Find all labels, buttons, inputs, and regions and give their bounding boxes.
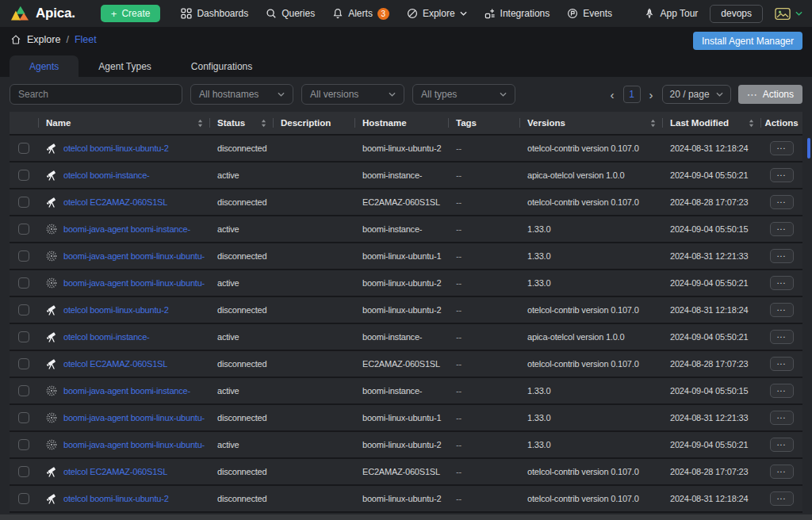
row-actions-button[interactable]: ...: [770, 411, 794, 425]
table-row: otelcol EC2AMAZ-060S1SLdisconnectedEC2AM…: [10, 459, 802, 486]
avatar: [775, 7, 791, 21]
row-checkbox[interactable]: [18, 385, 29, 396]
agent-name-link[interactable]: boomi-java-agent boomi-linux-ubuntu-1: [63, 413, 205, 422]
column-header-checkbox: [10, 112, 38, 134]
row-checkbox[interactable]: [18, 250, 29, 262]
agent-name-link[interactable]: otelcol boomi-linux-ubuntu-2: [63, 305, 169, 315]
telescope-icon: [45, 196, 58, 208]
alerts-badge: 3: [377, 8, 389, 20]
column-header-label: Description: [281, 118, 331, 128]
row-checkbox[interactable]: [18, 412, 29, 423]
table-row: boomi-java-agent boomi-instance-activebo…: [10, 216, 802, 243]
column-header-tags: Tags: [448, 112, 519, 134]
install-agent-manager-button[interactable]: Install Agent Manager: [693, 32, 802, 50]
nav-item-events[interactable]: Events: [567, 8, 612, 19]
create-button[interactable]: + Create: [101, 5, 161, 22]
status-cell: active: [209, 386, 273, 396]
horizontal-scrollbar[interactable]: [0, 514, 812, 520]
row-actions-button[interactable]: ...: [770, 276, 794, 290]
hostname-cell: EC2AMAZ-060S1SL: [354, 197, 448, 207]
name-cell: otelcol boomi-linux-ubuntu-2: [38, 492, 209, 505]
bulk-actions-button[interactable]: ⋯ Actions: [738, 85, 802, 104]
top-navbar: Apica. + Create DashboardsQueriesAlerts3…: [0, 0, 812, 27]
versions-filter-select[interactable]: All versions: [301, 84, 404, 105]
actions-cell: ...: [760, 330, 802, 344]
agent-name-link[interactable]: otelcol boomi-linux-ubuntu-2: [63, 143, 169, 153]
row-checkbox[interactable]: [18, 466, 29, 477]
agent-name-link[interactable]: boomi-java-agent boomi-linux-ubuntu-2: [63, 278, 205, 288]
table-row: otelcol boomi-instance-activeboomi-insta…: [10, 162, 802, 189]
agent-name-link[interactable]: otelcol EC2AMAZ-060S1SL: [63, 467, 167, 476]
nav-item-queries[interactable]: Queries: [266, 8, 315, 19]
row-checkbox[interactable]: [18, 197, 29, 208]
row-actions-button[interactable]: ...: [770, 195, 794, 209]
row-actions-button[interactable]: ...: [770, 384, 794, 398]
agent-name-link[interactable]: boomi-java-agent boomi-linux-ubuntu-1: [63, 251, 205, 261]
current-page-button[interactable]: 1: [623, 86, 641, 103]
agent-name-link[interactable]: otelcol boomi-instance-: [63, 170, 150, 180]
telescope-icon: [45, 304, 58, 316]
hostname-cell: boomi-instance-: [354, 170, 448, 180]
brand[interactable]: Apica.: [10, 5, 75, 22]
actions-cell: ...: [760, 195, 802, 209]
actions-cell: ...: [760, 168, 802, 182]
row-checkbox[interactable]: [18, 439, 29, 450]
row-checkbox[interactable]: [18, 358, 29, 369]
agent-name-link[interactable]: otelcol EC2AMAZ-060S1SL: [63, 197, 167, 207]
app-tour-button[interactable]: App Tour: [644, 8, 698, 19]
row-checkbox[interactable]: [18, 224, 29, 235]
nav-item-dashboards[interactable]: Dashboards: [181, 8, 248, 19]
dotted-sphere-icon: [45, 250, 58, 262]
agent-name-link[interactable]: otelcol boomi-instance-: [63, 332, 150, 342]
row-checkbox[interactable]: [18, 277, 29, 289]
nav-item-alerts[interactable]: Alerts3: [332, 8, 389, 20]
row-actions-button[interactable]: ...: [770, 330, 794, 344]
last-modified-cell: 2024-09-04 05:50:21: [662, 332, 760, 342]
agent-name-link[interactable]: otelcol EC2AMAZ-060S1SL: [63, 359, 167, 369]
next-page-button[interactable]: ›: [648, 89, 655, 101]
row-actions-button[interactable]: ...: [770, 222, 794, 236]
row-actions-button[interactable]: ...: [770, 465, 794, 479]
row-actions-button[interactable]: ...: [770, 357, 794, 371]
row-actions-button[interactable]: ...: [770, 303, 794, 317]
types-filter-select[interactable]: All types: [412, 84, 515, 105]
row-checkbox[interactable]: [18, 304, 29, 315]
agent-name-link[interactable]: boomi-java-agent boomi-instance-: [63, 386, 190, 396]
row-actions-button[interactable]: ...: [770, 438, 794, 452]
tags-cell: --: [448, 305, 519, 315]
versions-cell: 1.33.0: [519, 386, 662, 396]
column-header-status[interactable]: Status: [209, 112, 273, 134]
table-row: otelcol boomi-linux-ubuntu-2disconnected…: [10, 136, 802, 162]
prev-page-button[interactable]: ‹: [609, 89, 616, 101]
breadcrumb-explore[interactable]: Explore: [27, 34, 60, 45]
nav-item-explore[interactable]: Explore: [407, 8, 467, 19]
column-header-name[interactable]: Name: [38, 112, 209, 134]
row-checkbox[interactable]: [18, 331, 29, 342]
row-checkbox[interactable]: [18, 493, 29, 504]
column-header-last_modified[interactable]: Last Modified: [662, 112, 760, 134]
column-header-versions[interactable]: Versions: [519, 112, 662, 134]
row-checkbox[interactable]: [18, 170, 29, 181]
user-menu[interactable]: [775, 7, 802, 21]
agent-name-link[interactable]: boomi-java-agent boomi-instance-: [63, 224, 190, 234]
row-actions-button[interactable]: ...: [770, 141, 794, 155]
tab-agents[interactable]: Agents: [10, 55, 79, 77]
search-input[interactable]: [10, 84, 182, 105]
home-icon[interactable]: [10, 34, 21, 45]
hostnames-filter-select[interactable]: All hostnames: [190, 84, 293, 105]
vertical-scrollbar-thumb[interactable]: [807, 138, 810, 159]
row-actions-button[interactable]: ...: [770, 249, 794, 263]
row-actions-button[interactable]: ...: [770, 168, 794, 182]
agent-name-link[interactable]: boomi-java-agent boomi-linux-ubuntu-2: [63, 440, 205, 449]
sort-icon: [650, 119, 656, 128]
row-checkbox[interactable]: [18, 143, 29, 154]
tab-agent-types[interactable]: Agent Types: [79, 55, 171, 77]
breadcrumb-fleet[interactable]: Fleet: [75, 34, 97, 45]
org-selector[interactable]: devops: [710, 5, 763, 23]
page-size-select[interactable]: 20 / page: [662, 85, 731, 104]
row-actions-button[interactable]: ...: [770, 491, 794, 506]
agent-name-link[interactable]: otelcol boomi-linux-ubuntu-2: [63, 494, 169, 503]
tab-configurations[interactable]: Configurations: [171, 55, 272, 77]
checkbox-cell: [10, 385, 38, 396]
nav-item-integrations[interactable]: Integrations: [485, 8, 550, 19]
